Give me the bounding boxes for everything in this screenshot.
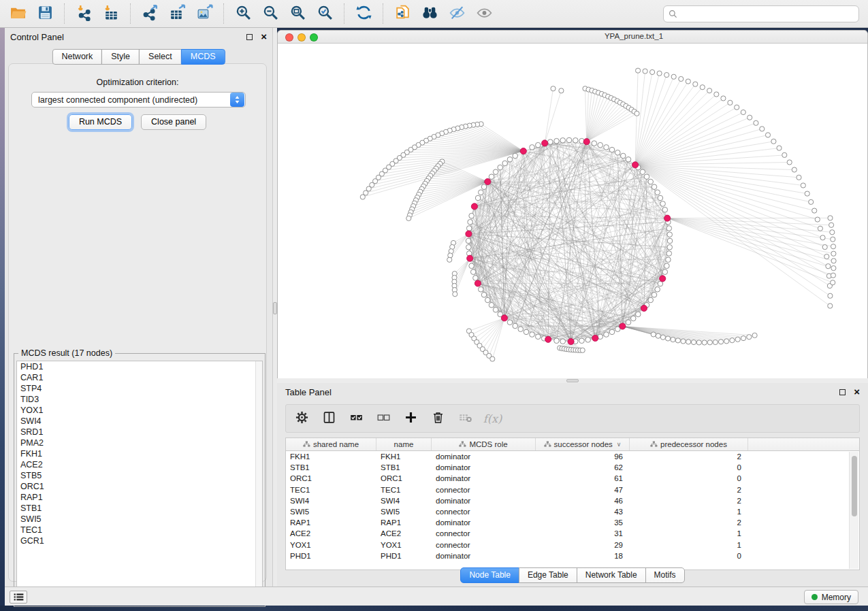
table-options-button[interactable] bbox=[292, 409, 312, 429]
column-header-MCDS-role[interactable]: MCDS role bbox=[432, 438, 536, 450]
open-session-button[interactable] bbox=[4, 2, 31, 25]
tab-node-table[interactable]: Node Table bbox=[460, 567, 519, 583]
table-header-row: shared namenameMCDS rolesuccessor nodes∨… bbox=[286, 438, 859, 451]
column-header-shared-name[interactable]: shared name bbox=[286, 438, 376, 450]
tab-style[interactable]: Style bbox=[101, 49, 140, 65]
float-table-panel-icon[interactable] bbox=[839, 389, 846, 395]
delete-table-button bbox=[455, 409, 475, 429]
cell-predecessor_nodes: 0 bbox=[630, 552, 748, 560]
column-header-predecessor-nodes[interactable]: predecessor nodes bbox=[630, 438, 748, 450]
cell-shared_name: ACE2 bbox=[286, 529, 376, 538]
sitemap-icon bbox=[459, 441, 466, 448]
show-panels-button[interactable] bbox=[10, 591, 27, 604]
optimization-criterion-label: Optimization criterion: bbox=[9, 78, 266, 87]
hide-selected-button[interactable] bbox=[443, 2, 470, 25]
table-row[interactable]: ACE2ACE2connector311 bbox=[286, 528, 859, 539]
zoom-out-button[interactable] bbox=[257, 2, 284, 25]
del-col-icon bbox=[458, 410, 472, 427]
column-header-name[interactable]: name bbox=[376, 438, 432, 450]
zoom-in-button[interactable] bbox=[229, 2, 257, 25]
horizontal-splitter-handle[interactable] bbox=[566, 379, 579, 382]
run-mcds-button[interactable]: Run MCDS bbox=[69, 114, 132, 130]
table-row[interactable]: SWI4SWI4dominator462 bbox=[286, 495, 859, 506]
memory-button[interactable]: Memory bbox=[804, 590, 858, 604]
zoom-selected-button[interactable] bbox=[311, 2, 338, 25]
export-image-button[interactable] bbox=[191, 2, 218, 25]
mcds-result-item[interactable]: TID3 bbox=[17, 394, 262, 405]
import-network-button[interactable] bbox=[70, 2, 97, 25]
mcds-result-item[interactable]: TEC1 bbox=[17, 525, 262, 535]
mcds-result-item[interactable]: SWI5 bbox=[17, 514, 262, 525]
window-close-icon[interactable] bbox=[285, 33, 293, 42]
mcds-result-list[interactable]: PHD1CAR1STP4TID3YOX1SWI4SRD1PMA2FKH1ACE2… bbox=[16, 361, 263, 604]
mcds-result-item[interactable]: FKH1 bbox=[17, 448, 262, 459]
status-bar: Memory bbox=[5, 587, 868, 606]
cell-shared_name: STB1 bbox=[286, 463, 376, 472]
cell-successor_nodes: 18 bbox=[536, 552, 630, 560]
table-row[interactable]: SWI5SWI5connector431 bbox=[286, 506, 859, 517]
table-row[interactable]: ORC1ORC1dominator610 bbox=[286, 473, 859, 484]
table-row[interactable]: TEC1TEC1connector472 bbox=[286, 484, 859, 495]
show-columns-button[interactable] bbox=[319, 409, 339, 429]
deselect-all-button[interactable] bbox=[374, 409, 393, 429]
window-zoom-icon[interactable] bbox=[310, 33, 318, 42]
select-all-button[interactable] bbox=[347, 409, 366, 429]
save-session-button[interactable] bbox=[31, 2, 59, 25]
horizontal-splitter[interactable] bbox=[277, 378, 868, 383]
close-panel-icon[interactable]: × bbox=[261, 33, 267, 41]
column-label: MCDS role bbox=[469, 440, 507, 448]
mcds-result-item[interactable]: STB1 bbox=[17, 503, 262, 514]
mcds-result-item[interactable]: PHD1 bbox=[17, 361, 262, 372]
close-table-panel-icon[interactable]: × bbox=[854, 388, 860, 396]
new-network-from-selection-button[interactable] bbox=[389, 2, 416, 25]
mcds-result-item[interactable]: RAP1 bbox=[17, 492, 262, 503]
network-visualization[interactable] bbox=[278, 44, 867, 378]
tab-mcds[interactable]: MCDS bbox=[181, 49, 225, 65]
mcds-result-item[interactable]: GCR1 bbox=[17, 535, 262, 546]
cell-successor_nodes: 31 bbox=[536, 529, 630, 538]
import-table-button[interactable] bbox=[97, 2, 125, 25]
column-header-filler bbox=[748, 438, 859, 450]
network-window-titlebar[interactable]: YPA_prune.txt_1 bbox=[278, 31, 867, 44]
vertical-splitter[interactable] bbox=[272, 28, 277, 587]
export-network-button[interactable] bbox=[136, 2, 163, 25]
optimization-criterion-select[interactable]: largest connected component (undirected) bbox=[31, 92, 246, 108]
table-row[interactable]: PHD1PHD1dominator180 bbox=[286, 550, 859, 561]
refresh-button[interactable] bbox=[350, 2, 377, 25]
mcds-result-item[interactable]: STB5 bbox=[17, 470, 262, 481]
mcds-result-item[interactable]: ORC1 bbox=[17, 481, 262, 492]
table-row[interactable]: YOX1YOX1connector291 bbox=[286, 540, 859, 550]
mcds-list-scrollbar[interactable] bbox=[255, 361, 262, 604]
window-minimize-icon[interactable] bbox=[298, 33, 306, 42]
show-all-button bbox=[470, 2, 498, 25]
search-input[interactable] bbox=[663, 5, 859, 22]
add-column-button[interactable] bbox=[401, 409, 421, 429]
tab-network[interactable]: Network bbox=[52, 49, 102, 65]
tab-select[interactable]: Select bbox=[139, 49, 182, 65]
table-scrollbar[interactable] bbox=[849, 452, 858, 569]
float-panel-icon[interactable] bbox=[246, 34, 253, 40]
mcds-result-item[interactable]: ACE2 bbox=[17, 459, 262, 470]
close-panel-button[interactable]: Close panel bbox=[141, 114, 206, 130]
find-button[interactable] bbox=[416, 2, 443, 25]
clone-doc-icon bbox=[394, 4, 411, 23]
mcds-result-item[interactable]: YOX1 bbox=[17, 405, 262, 416]
export-table-button[interactable] bbox=[163, 2, 191, 25]
mcds-result-item[interactable]: SWI4 bbox=[17, 416, 262, 427]
mcds-result-item[interactable]: PMA2 bbox=[17, 437, 262, 448]
column-header-successor-nodes[interactable]: successor nodes∨ bbox=[536, 438, 630, 450]
table-row[interactable]: RAP1RAP1dominator352 bbox=[286, 517, 859, 528]
mcds-result-item[interactable]: STP4 bbox=[17, 383, 262, 394]
tab-network-table[interactable]: Network Table bbox=[577, 567, 646, 583]
toolbar-separator bbox=[223, 3, 224, 24]
table-scrollbar-thumb[interactable] bbox=[852, 456, 857, 516]
delete-column-button[interactable] bbox=[428, 409, 448, 429]
tab-motifs[interactable]: Motifs bbox=[645, 567, 685, 583]
network-canvas[interactable] bbox=[278, 44, 867, 378]
table-row[interactable]: FKH1FKH1dominator962 bbox=[286, 451, 859, 462]
table-row[interactable]: STB1STB1dominator620 bbox=[286, 462, 859, 473]
mcds-result-item[interactable]: SRD1 bbox=[17, 427, 262, 437]
tab-edge-table[interactable]: Edge Table bbox=[519, 567, 577, 583]
mcds-result-item[interactable]: CAR1 bbox=[17, 372, 262, 383]
zoom-fit-button[interactable] bbox=[284, 2, 311, 25]
